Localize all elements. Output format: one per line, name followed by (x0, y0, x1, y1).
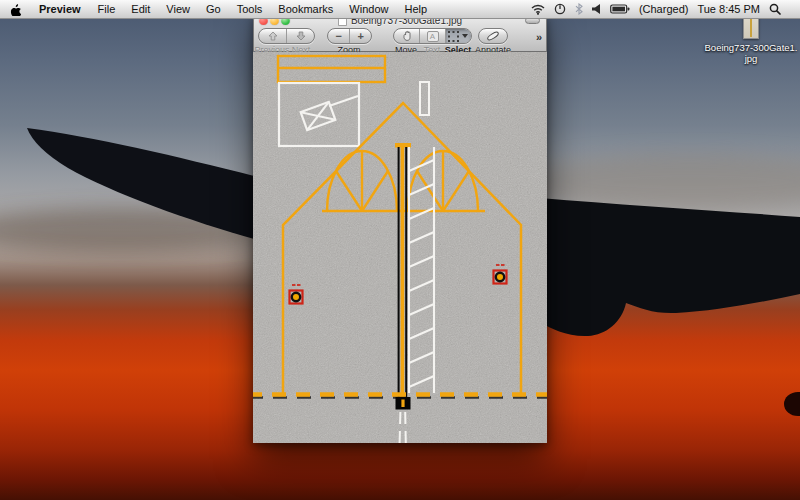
desktop: Preview File Edit View Go Tools Bookmark… (0, 0, 800, 500)
zoom-out-button[interactable]: − (328, 29, 349, 43)
menu-item-view[interactable]: View (158, 3, 198, 15)
zoom-in-button[interactable]: + (349, 29, 371, 43)
apple-icon (10, 3, 21, 16)
text-tool-button[interactable]: A (419, 29, 444, 43)
wifi-icon[interactable] (531, 4, 545, 15)
menu-item-tools[interactable]: Tools (229, 3, 271, 15)
gate-markings-image (253, 52, 547, 443)
stop-box-marking (396, 397, 411, 410)
arrow-up-icon (268, 31, 278, 41)
menu-item-bookmarks[interactable]: Bookmarks (270, 3, 341, 15)
asphalt-texture (253, 52, 547, 443)
next-button[interactable] (286, 29, 314, 43)
zoom-group: − + (327, 28, 372, 44)
apple-menu[interactable] (0, 3, 30, 16)
battery-status-text: (Charged) (639, 3, 689, 15)
menu-bar: Preview File Edit View Go Tools Bookmark… (0, 0, 800, 19)
annotate-button[interactable] (479, 29, 507, 43)
arrow-down-icon (296, 31, 306, 41)
battery-icon[interactable] (610, 4, 630, 14)
tool-mode-group: A (393, 28, 472, 44)
pen-icon (486, 30, 500, 42)
minus-icon: − (336, 31, 342, 42)
desktop-file-icon[interactable]: Boeing737-300Gate1. jpg (694, 16, 800, 64)
move-tool-button[interactable] (394, 29, 419, 43)
annotate-group (478, 28, 508, 44)
volume-icon[interactable] (592, 4, 601, 14)
menu-bar-clock[interactable]: Tue 8:45 PM (697, 3, 760, 15)
selection-marquee-icon (448, 31, 459, 42)
flap-fairing-silhouette (784, 392, 800, 416)
chevron-down-icon (462, 34, 468, 38)
preview-window: Boeing737-300Gate1.jpg Previous Next (253, 14, 547, 443)
wing-right-silhouette (540, 198, 800, 336)
plus-icon: + (358, 31, 364, 42)
toolbar-overflow-button[interactable]: » (536, 31, 542, 43)
hand-icon (401, 30, 413, 42)
select-tool-button[interactable] (445, 29, 471, 43)
image-canvas[interactable] (253, 52, 547, 443)
menu-item-window[interactable]: Window (341, 3, 396, 15)
bluetooth-icon[interactable] (575, 3, 583, 15)
status-circle-icon[interactable] (554, 3, 566, 15)
prev-next-group (258, 28, 315, 44)
menu-item-file[interactable]: File (90, 3, 124, 15)
spotlight-icon[interactable] (769, 3, 781, 15)
menu-item-go[interactable]: Go (198, 3, 229, 15)
menu-bar-status-area: (Charged) Tue 8:45 PM (531, 3, 800, 15)
toolbar: Previous Next − + Zoom (253, 27, 547, 52)
menu-item-preview[interactable]: Preview (30, 3, 90, 15)
previous-button[interactable] (259, 29, 286, 43)
file-name-label: Boeing737-300Gate1. jpg (694, 43, 800, 64)
text-tool-icon: A (427, 31, 439, 42)
menu-item-help[interactable]: Help (396, 3, 435, 15)
menu-item-edit[interactable]: Edit (123, 3, 158, 15)
file-thumbnail[interactable] (743, 16, 759, 39)
